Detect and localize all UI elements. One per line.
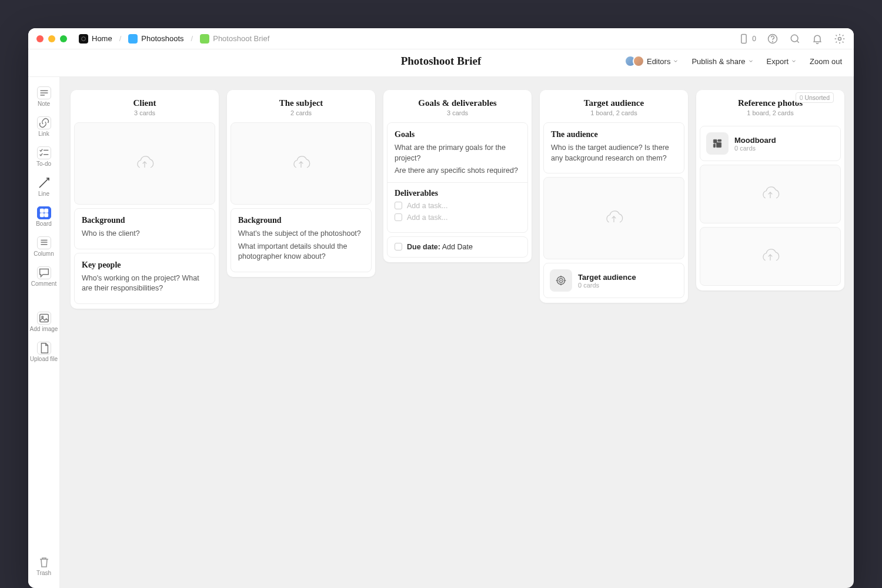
gear-icon[interactable] [834,33,846,45]
breadcrumb-current[interactable]: Photoshoot Brief [196,32,273,46]
sidebar-item-label: Comment [31,280,56,287]
search-icon[interactable] [789,33,801,45]
sidebar-item-label: Upload file [30,356,58,362]
board-column[interactable]: Client3 cardsBackgroundWho is the client… [71,90,219,309]
upload-card[interactable] [700,165,841,223]
column-icon [37,236,51,249]
due-date-row[interactable]: Due date: Add Date [395,243,520,251]
mobile-badge[interactable]: 0 [738,33,756,45]
sidebar-item-upload-file[interactable]: Upload file [28,340,59,363]
checkbox-icon[interactable] [395,202,402,209]
sidebar-item-label: Column [34,250,54,257]
card-text: What's the subject of the photoshoot? [238,229,364,239]
unsorted-badge[interactable]: 0 Unsorted [796,92,834,103]
column-title: Client [79,98,211,108]
svg-rect-7 [44,209,48,213]
board-ref-title: Target audience [578,273,636,282]
column-subtitle: 1 board, 2 cards [548,109,680,116]
text-card[interactable]: BackgroundWho is the client? [74,208,215,249]
task-placeholder: Add a task... [407,202,447,210]
breadcrumb-separator: / [119,34,122,43]
bell-icon[interactable] [811,33,823,45]
page-title: Photoshoot Brief [401,55,482,68]
sidebar-item-column[interactable]: Column [28,235,59,258]
due-date-card[interactable]: Due date: Add Date [387,236,528,258]
board-column[interactable]: Reference photos1 board, 2 cardsMoodboar… [696,90,844,290]
window-maximize-button[interactable] [60,35,67,42]
svg-rect-9 [44,213,48,217]
body: Note Link To-do Line Board Column [28,77,854,588]
breadcrumb-parent[interactable]: Photoshoots [125,32,187,46]
export-label: Export [767,57,789,66]
sidebar-item-comment[interactable]: Comment [28,265,59,288]
svg-point-14 [560,280,562,281]
board-column[interactable]: Target audience1 board, 2 cardsThe audie… [540,90,688,303]
sidebar-item-label: Link [38,131,49,137]
breadcrumb-current-label: Photoshoot Brief [213,34,269,43]
board-reference-card[interactable]: Moodboard0 cards [700,126,841,161]
task-row[interactable]: Add a task... [395,202,520,210]
svg-rect-18 [716,142,721,147]
sidebar-item-line[interactable]: Line [28,175,59,198]
column-header: Client3 cards [71,98,219,122]
publish-label: Publish & share [691,57,745,66]
card-text: Who is the target audience? Is there any… [551,143,677,163]
text-card[interactable]: BackgroundWhat's the subject of the phot… [230,208,372,272]
board-ref-text: Target audience0 cards [578,273,636,289]
text-card[interactable]: The audienceWho is the target audience? … [543,122,684,173]
editors-dropdown[interactable]: Editors [624,55,679,67]
sidebar-item-label: Add image [30,326,58,332]
sidebar-item-todo[interactable]: To-do [28,145,59,168]
avatar-stack [624,55,644,67]
sidebar-item-board[interactable]: Board [28,205,59,228]
board-canvas[interactable]: Client3 cardsBackgroundWho is the client… [60,77,854,588]
help-icon[interactable] [767,33,779,45]
zoom-label: Zoom out [810,57,842,66]
link-icon [37,116,51,129]
board-column[interactable]: The subject2 cardsBackgroundWhat's the s… [227,90,375,277]
card-text: What important details should the photog… [238,242,364,262]
avatar [633,55,644,67]
board-reference-card[interactable]: Target audience0 cards [543,263,684,298]
export-dropdown[interactable]: Export [767,57,797,66]
sidebar: Note Link To-do Line Board Column [28,77,60,588]
board-ref-title: Moodboard [734,136,776,145]
upload-card[interactable] [74,122,215,205]
zoom-out-button[interactable]: Zoom out [810,57,842,66]
upload-card[interactable] [543,177,684,259]
card-heading: Background [82,216,208,225]
card-text: Who's working on the project? What are t… [82,273,208,294]
svg-point-0 [82,36,86,41]
task-row[interactable]: Add a task... [395,213,520,222]
sidebar-item-label: Board [36,220,52,227]
card-heading: Goals [395,130,520,139]
upload-card[interactable] [700,227,841,286]
board-column[interactable]: Goals & deliverables3 cardsGoalsWhat are… [383,90,532,262]
checkbox-icon[interactable] [395,243,402,250]
breadcrumb-home-label: Home [92,34,112,43]
column-header: The subject2 cards [227,98,375,122]
card-heading: Key people [82,260,208,270]
board-ref-subtitle: 0 cards [734,145,776,152]
text-card[interactable]: Key peopleWho's working on the project? … [74,253,215,304]
checkbox-icon[interactable] [395,213,402,221]
sidebar-item-trash[interactable]: Trash [28,554,59,577]
sidebar-item-link[interactable]: Link [28,115,59,138]
window-minimize-button[interactable] [48,35,55,42]
upload-card[interactable] [230,122,372,205]
publish-dropdown[interactable]: Publish & share [691,57,753,66]
comment-icon [37,266,51,279]
line-icon [37,176,51,189]
card-text: What are the primary goals for the proje… [395,143,520,163]
trash-icon [37,556,51,569]
board-icon [37,206,51,219]
goals-card[interactable]: GoalsWhat are the primary goals for the … [387,122,528,233]
sidebar-item-note[interactable]: Note [28,85,59,108]
card-heading: The audience [551,130,677,139]
due-date-text: Due date: Add Date [407,243,473,251]
breadcrumb-home[interactable]: Home [75,32,116,46]
sidebar-item-add-image[interactable]: Add image [28,310,59,333]
column-title: Goals & deliverables [392,98,523,108]
mobile-icon [738,33,750,45]
window-close-button[interactable] [36,35,44,42]
